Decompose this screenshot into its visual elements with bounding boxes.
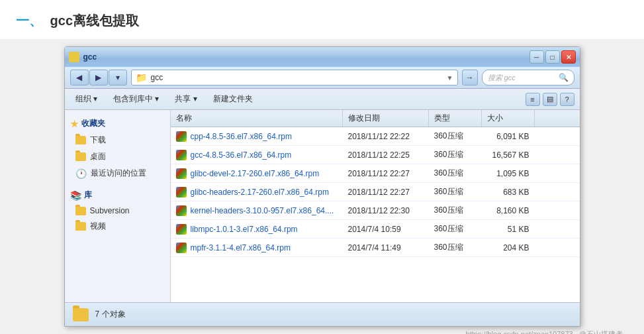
rpm-icon <box>176 168 187 179</box>
file-size: 204 KB <box>482 242 535 254</box>
forward-button[interactable]: ▶ <box>89 70 108 85</box>
search-placeholder-text: 搜索 gcc <box>488 73 556 83</box>
sidebar-item-desktop[interactable]: 桌面 <box>65 148 170 165</box>
close-button[interactable]: ✕ <box>561 50 576 64</box>
organize-button[interactable]: 组织 ▾ <box>70 91 103 107</box>
page-header: 一、 gcc离线包提取 <box>0 0 644 40</box>
table-row[interactable]: cpp-4.8.5-36.el7.x86_64.rpm 2018/11/12 2… <box>171 127 580 146</box>
file-type: 360压缩 <box>429 148 482 162</box>
library-label: 库 <box>84 190 92 201</box>
address-go-button[interactable]: → <box>462 70 478 85</box>
toolbar: 组织 ▾ 包含到库中 ▾ 共享 ▾ 新建文件夹 ≡ ▤ ? <box>65 89 580 110</box>
table-row[interactable]: mpfr-3.1.1-4.el7.x86_64.rpm 2014/7/4 11:… <box>171 239 580 257</box>
download-folder-icon <box>75 136 86 144</box>
col-header-size[interactable]: 大小 <box>482 110 535 127</box>
file-type: 360压缩 <box>429 241 482 254</box>
status-bar: 7 个对象 <box>65 302 580 326</box>
sidebar-item-subversion[interactable]: Subversion <box>65 203 170 218</box>
rpm-icon <box>176 150 187 160</box>
favorites-section: ★ 收藏夹 下载 桌面 🕐 最近访问的位置 <box>65 115 170 182</box>
sidebar-item-recent[interactable]: 🕐 最近访问的位置 <box>65 165 170 182</box>
file-type: 360压缩 <box>429 129 482 143</box>
file-name: gcc-4.8.5-36.el7.x86_64.rpm <box>191 150 292 160</box>
attribution-url: https://blog.csdn.net/znan107873 <box>466 330 573 334</box>
col-header-type[interactable]: 类型 <box>429 110 482 127</box>
file-list: 名称 修改日期 类型 大小 cpp-4.8.5-36.el7.x86_64.rp… <box>171 110 580 302</box>
explorer-window: gcc ─ □ ✕ ◀ ▶ ▾ 📁 gcc ▼ → 搜索 gcc <box>64 46 580 327</box>
file-size: 16,567 KB <box>482 149 535 161</box>
col-header-date[interactable]: 修改日期 <box>343 110 429 127</box>
search-icon: 🔍 <box>559 73 569 82</box>
title-dash: 一、 <box>16 13 42 28</box>
star-icon: ★ <box>70 119 79 129</box>
include-library-button[interactable]: 包含到库中 ▾ <box>108 91 164 107</box>
recent-icon: 🕐 <box>75 168 87 179</box>
address-input[interactable]: 📁 gcc ▼ <box>131 70 458 85</box>
sidebar-item-download[interactable]: 下载 <box>65 132 170 148</box>
help-button[interactable]: ? <box>560 93 575 106</box>
file-name: kernel-headers-3.10.0-957.el7.x86_64.... <box>191 206 334 215</box>
new-folder-button[interactable]: 新建文件夹 <box>208 91 258 107</box>
status-folder-icon <box>73 308 89 321</box>
file-name: glibc-devel-2.17-260.el7.x86_64.rpm <box>191 169 320 178</box>
sidebar-item-video[interactable]: 视频 <box>65 218 170 235</box>
window-title: gcc <box>83 52 97 62</box>
title-text: gcc离线包提取 <box>50 13 139 28</box>
title-bar: gcc ─ □ ✕ <box>65 47 580 67</box>
file-type: 360压缩 <box>429 185 482 199</box>
sidebar-subversion-label: Subversion <box>90 206 130 215</box>
file-type: 360压缩 <box>429 166 482 180</box>
toolbar-right: ≡ ▤ ? <box>526 93 575 106</box>
pane-button[interactable]: ▤ <box>543 93 557 106</box>
library-icon: 📚 <box>70 190 81 201</box>
rpm-icon <box>176 224 187 235</box>
view-icon-button[interactable]: ≡ <box>526 93 540 106</box>
file-date: 2018/11/12 22:25 <box>343 149 429 161</box>
rpm-icon <box>176 187 187 197</box>
share-button[interactable]: 共享 ▾ <box>169 91 202 107</box>
file-date: 2018/11/12 22:27 <box>343 186 429 198</box>
address-dropdown-arrow[interactable]: ▼ <box>447 74 453 82</box>
file-size: 51 KB <box>482 223 535 235</box>
sidebar-download-label: 下载 <box>90 135 106 146</box>
sidebar-video-label: 视频 <box>90 221 106 232</box>
back-button[interactable]: ◀ <box>70 70 89 85</box>
dropdown-nav-button[interactable]: ▾ <box>109 70 127 85</box>
search-box[interactable]: 搜索 gcc 🔍 <box>482 70 575 85</box>
table-row[interactable]: glibc-headers-2.17-260.el7.x86_64.rpm 20… <box>171 183 580 201</box>
file-name: cpp-4.8.5-36.el7.x86_64.rpm <box>191 132 292 141</box>
window-wrapper: gcc ─ □ ✕ ◀ ▶ ▾ 📁 gcc ▼ → 搜索 gcc <box>0 40 644 334</box>
file-rows-container: cpp-4.8.5-36.el7.x86_64.rpm 2018/11/12 2… <box>171 127 580 257</box>
page-title: 一、 gcc离线包提取 <box>16 12 628 30</box>
rpm-icon <box>176 205 187 216</box>
table-row[interactable]: libmpc-1.0.1-3.el7.x86_64.rpm 2014/7/4 1… <box>171 220 580 239</box>
minimize-button[interactable]: ─ <box>529 50 544 64</box>
library-header[interactable]: 📚 库 <box>65 187 170 203</box>
col-header-name[interactable]: 名称 <box>171 110 343 127</box>
table-row[interactable]: kernel-headers-3.10.0-957.el7.x86_64....… <box>171 201 580 220</box>
address-folder-icon: 📁 <box>136 72 147 83</box>
attribution-author: @石山搭建者 <box>579 330 623 334</box>
file-name: glibc-headers-2.17-260.el7.x86_64.rpm <box>191 188 329 197</box>
table-row[interactable]: gcc-4.8.5-36.el7.x86_64.rpm 2018/11/12 2… <box>171 146 580 164</box>
file-date: 2018/11/12 22:22 <box>343 131 429 142</box>
file-name: libmpc-1.0.1-3.el7.x86_64.rpm <box>191 225 298 234</box>
address-text: gcc <box>151 73 443 82</box>
file-date: 2014/7/4 11:49 <box>343 242 429 254</box>
favorites-label: 收藏夹 <box>81 118 105 129</box>
file-date: 2014/7/4 10:59 <box>343 223 429 235</box>
maximize-button[interactable]: □ <box>545 50 560 64</box>
file-date: 2018/11/12 22:27 <box>343 168 429 180</box>
library-section: 📚 库 Subversion 视频 <box>65 187 170 235</box>
file-size: 6,091 KB <box>482 131 535 142</box>
sidebar: ★ 收藏夹 下载 桌面 🕐 最近访问的位置 <box>65 110 171 302</box>
favorites-header[interactable]: ★ 收藏夹 <box>65 115 170 132</box>
file-date: 2018/11/12 22:30 <box>343 205 429 217</box>
attribution: https://blog.csdn.net/znan107873 @石山搭建者 <box>11 327 633 334</box>
window-folder-icon <box>69 52 79 62</box>
file-size: 1,095 KB <box>482 168 535 180</box>
file-type: 360压缩 <box>429 203 482 217</box>
table-row[interactable]: glibc-devel-2.17-260.el7.x86_64.rpm 2018… <box>171 164 580 183</box>
title-bar-controls: ─ □ ✕ <box>529 50 576 64</box>
desktop-folder-icon <box>75 152 86 161</box>
